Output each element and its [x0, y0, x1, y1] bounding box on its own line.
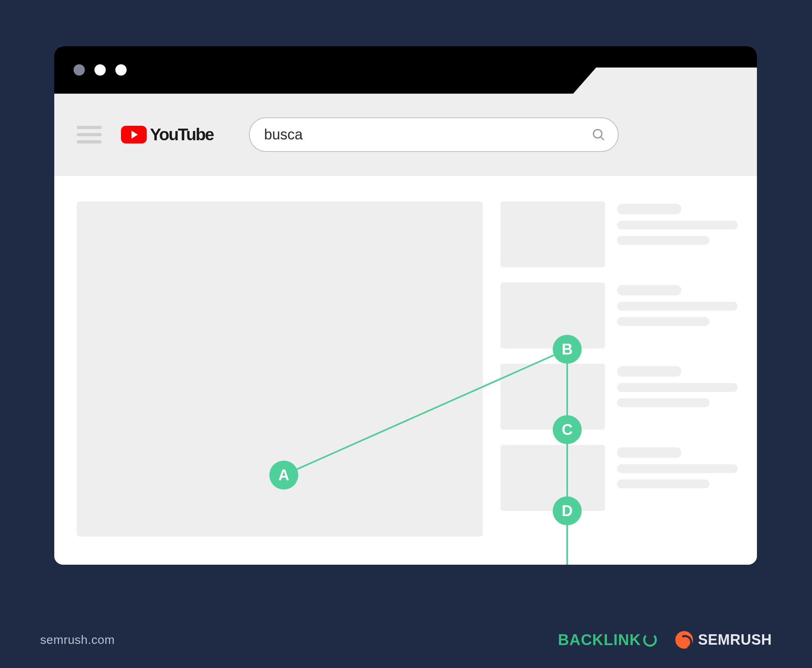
video-thumbnail[interactable] [500, 283, 605, 348]
recommendations [500, 201, 738, 537]
window-dot[interactable] [74, 64, 85, 76]
browser-tab[interactable] [596, 68, 757, 94]
search-icon[interactable] [591, 127, 606, 142]
play-icon [121, 126, 147, 143]
backlinko-logo: BACKLINK [558, 631, 657, 649]
footer-url: semrush.com [40, 633, 115, 647]
window-dot[interactable] [115, 64, 127, 76]
semrush-icon [675, 631, 693, 649]
browser-titlebar [54, 46, 757, 94]
video-thumbnail[interactable] [500, 364, 605, 430]
svg-point-0 [593, 129, 602, 138]
placeholder-bar [617, 317, 709, 326]
placeholder-bar [617, 236, 709, 245]
placeholder-bar [617, 398, 709, 407]
video-meta [617, 445, 738, 495]
recommendation-item[interactable] [500, 283, 738, 348]
image-footer: semrush.com BACKLINK SEMRUSH [0, 612, 812, 668]
placeholder-bar [617, 464, 738, 473]
recommendation-item[interactable] [500, 201, 738, 267]
placeholder-bar [617, 366, 681, 377]
search-input[interactable] [264, 126, 591, 143]
youtube-logo[interactable]: YouTube [121, 125, 213, 144]
video-meta [617, 364, 738, 414]
video-thumbnail[interactable] [500, 445, 605, 511]
site-header: YouTube [54, 94, 757, 176]
footer-brands: BACKLINK SEMRUSH [558, 631, 772, 649]
recommendation-item[interactable] [500, 364, 738, 430]
placeholder-bar [617, 221, 738, 229]
video-meta [617, 283, 738, 332]
placeholder-bar [617, 447, 681, 458]
window-controls [74, 64, 127, 76]
placeholder-bar [617, 479, 709, 488]
video-player[interactable] [77, 201, 483, 537]
browser-window: YouTube [54, 46, 757, 565]
svg-line-1 [601, 137, 604, 140]
brand-label: BACKLINK [558, 631, 641, 649]
site-name: YouTube [150, 125, 213, 144]
video-thumbnail[interactable] [500, 201, 605, 267]
window-dot[interactable] [94, 64, 106, 76]
video-meta [617, 201, 738, 251]
ring-icon [643, 633, 657, 647]
semrush-logo: SEMRUSH [675, 631, 772, 649]
placeholder-bar [617, 285, 681, 295]
placeholder-bar [617, 204, 681, 214]
page-content: ABCDE [54, 176, 757, 565]
search-bar[interactable] [249, 117, 619, 152]
placeholder-bar [617, 302, 738, 311]
placeholder-bar [617, 383, 738, 392]
brand-label: SEMRUSH [698, 631, 772, 648]
menu-icon[interactable] [77, 126, 102, 143]
recommendation-item[interactable] [500, 445, 738, 511]
